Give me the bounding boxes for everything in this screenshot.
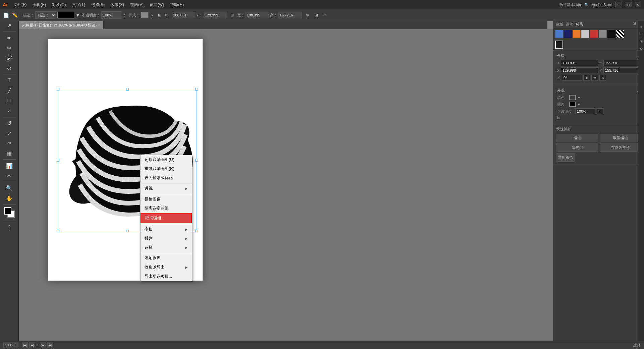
swatch-tab-brush[interactable]: 画笔 xyxy=(566,22,573,27)
stroke-select[interactable]: 描边： xyxy=(35,11,56,19)
fill-color-box[interactable] xyxy=(569,95,576,100)
transform-button[interactable]: ⊕ xyxy=(303,11,311,19)
minimize-button[interactable]: − xyxy=(615,2,622,7)
ctx-redo-ungroup[interactable]: 重做取消编组(R) xyxy=(141,164,192,173)
transform-y-input[interactable] xyxy=(603,60,641,66)
flip-h-button[interactable]: ⇄ xyxy=(591,75,598,81)
hand-tool-button[interactable]: ✋ xyxy=(4,193,14,203)
w-input[interactable] xyxy=(246,12,269,18)
qa-recolor-button[interactable]: 重新着色 xyxy=(556,153,575,162)
flip-v-button[interactable]: ⇅ xyxy=(599,75,606,81)
swatch-tab-symbol[interactable]: 符号 xyxy=(576,22,583,27)
ctx-isolate-group[interactable]: 隔离选定的组 xyxy=(141,204,192,213)
ctx-export-selected[interactable]: 导出所选项目... xyxy=(141,272,192,281)
handle-mid-left[interactable] xyxy=(57,159,59,162)
strip-icon-6[interactable]: ✿ xyxy=(639,46,643,52)
ctx-pixel-optimize[interactable]: 设为像素级优化 xyxy=(141,173,192,182)
line-tool-button[interactable]: ╱ xyxy=(4,86,14,95)
swatch-striped[interactable] xyxy=(616,30,624,38)
search-icon[interactable]: 🔍 xyxy=(584,3,589,7)
edit-button[interactable]: ✏️ xyxy=(11,11,19,19)
swatch-darkblue[interactable] xyxy=(564,30,572,38)
qa-unedit-button[interactable]: 取消编组 xyxy=(600,134,642,142)
qa-save-symbol-button[interactable]: 存储为符号 xyxy=(600,143,642,152)
zoom-input[interactable] xyxy=(3,342,18,348)
menu-help[interactable]: 帮助(H) xyxy=(167,1,186,8)
slice-tool-button[interactable]: ✂ xyxy=(4,171,14,180)
foreground-color-swatch[interactable] xyxy=(4,207,11,215)
opacity-arrow-btn[interactable]: › xyxy=(597,108,603,114)
handle-mid-right[interactable] xyxy=(195,159,198,162)
qa-isolate-button[interactable]: 隔离组 xyxy=(556,143,598,152)
direct-select-tool-button[interactable]: ↗ xyxy=(4,21,14,30)
strip-icon-5[interactable]: ◉ xyxy=(639,38,643,44)
brush-tool-button[interactable]: 🖌 xyxy=(4,53,14,63)
page-last-button[interactable]: ▶| xyxy=(47,342,53,348)
angle-input[interactable] xyxy=(562,75,582,81)
blend-tool-button[interactable]: ∞ xyxy=(4,138,14,148)
ctx-arrange[interactable]: 排列 ▶ xyxy=(141,234,192,243)
question-tool-button[interactable]: ? xyxy=(4,222,14,232)
chart-tool-button[interactable]: 📊 xyxy=(4,161,14,170)
swatch-red[interactable] xyxy=(590,30,598,38)
swatch-expand-icon[interactable]: ⇲ xyxy=(633,22,636,27)
menu-text[interactable]: 文字(T) xyxy=(69,1,88,8)
fill-dropdown-icon[interactable]: ▼ xyxy=(577,96,581,100)
menu-window[interactable]: 窗口(W) xyxy=(147,1,167,8)
transform-more-button[interactable]: ⊞ xyxy=(312,11,320,19)
strip-icon-3[interactable]: ◈ xyxy=(639,23,643,30)
opacity-arrow-button[interactable]: › xyxy=(122,11,127,19)
stroke-options-button[interactable]: ▼ xyxy=(75,11,80,19)
pen-tool-button[interactable]: ✒ xyxy=(4,33,14,43)
swatch-lightgray[interactable] xyxy=(581,30,589,38)
swatch-gray[interactable] xyxy=(599,30,607,38)
transform-h-input[interactable] xyxy=(603,67,641,73)
ctx-select[interactable]: 选择 ▶ xyxy=(141,243,192,252)
menu-effect[interactable]: 效果(X) xyxy=(108,1,127,8)
menu-select[interactable]: 选择(S) xyxy=(89,1,107,8)
opacity-row-input[interactable] xyxy=(575,108,595,114)
close-button[interactable]: × xyxy=(635,2,641,7)
menu-edit[interactable]: 编辑(E) xyxy=(30,1,49,8)
h-input[interactable] xyxy=(278,12,302,18)
new-document-button[interactable]: 📄 xyxy=(2,11,10,19)
rect-tool-button[interactable]: □ xyxy=(4,96,14,105)
swatch-dark-selected[interactable] xyxy=(555,41,563,49)
link-coords-button[interactable]: ⊞ xyxy=(228,11,236,19)
transform-x-input[interactable] xyxy=(561,60,598,66)
handle-top-right[interactable] xyxy=(195,88,198,91)
ctx-transform[interactable]: 变换 ▶ xyxy=(141,225,192,234)
document-tab[interactable]: 未标题-1 (已恢复)* @ 100% (RGB/GPU 预览) × xyxy=(19,21,104,29)
zoom-tool-button[interactable]: 🔍 xyxy=(4,183,14,193)
ctx-perspective[interactable]: 透视 ▶ xyxy=(141,184,192,193)
transform-w-input[interactable] xyxy=(561,67,598,73)
menu-file[interactable]: 文件(F) xyxy=(11,1,29,8)
opacity-input[interactable] xyxy=(101,11,121,19)
handle-bottom-center[interactable] xyxy=(126,230,129,232)
swatch-tab-color[interactable]: 色板 xyxy=(556,22,563,27)
swatch-black[interactable] xyxy=(607,30,615,38)
y-coord-input[interactable] xyxy=(204,12,227,18)
maximize-button[interactable]: □ xyxy=(625,2,632,7)
align-button[interactable]: ≡ xyxy=(321,11,329,19)
handle-top-center[interactable] xyxy=(126,88,129,91)
type-tool-button[interactable]: T xyxy=(4,76,14,85)
handle-top-left[interactable] xyxy=(57,88,59,91)
strip-icon-4[interactable]: ⊞ xyxy=(639,31,643,37)
menu-object[interactable]: 对象(O) xyxy=(49,1,68,8)
eraser-tool-button[interactable]: ⊘ xyxy=(4,63,14,73)
page-prev-button[interactable]: ◀ xyxy=(29,342,35,348)
ctx-add-to-library[interactable]: 添加到库 xyxy=(141,254,192,263)
style-arrow-button[interactable]: › xyxy=(150,11,154,19)
page-next-button[interactable]: ▶ xyxy=(40,342,46,348)
stroke-color-swatch[interactable] xyxy=(57,12,74,18)
handle-bottom-left[interactable] xyxy=(57,230,59,232)
ctx-collect-export[interactable]: 收集以导出 ▶ xyxy=(141,263,192,272)
scale-tool-button[interactable]: ⤢ xyxy=(4,128,14,138)
swatch-orange[interactable] xyxy=(573,30,581,38)
x-coord-input[interactable] xyxy=(172,12,195,18)
handle-bottom-right[interactable] xyxy=(195,230,198,232)
ctx-ungroup[interactable]: 取消编组 xyxy=(141,213,192,223)
angle-arrow-button[interactable]: ▼ xyxy=(583,75,590,81)
page-first-button[interactable]: |◀ xyxy=(22,342,28,348)
